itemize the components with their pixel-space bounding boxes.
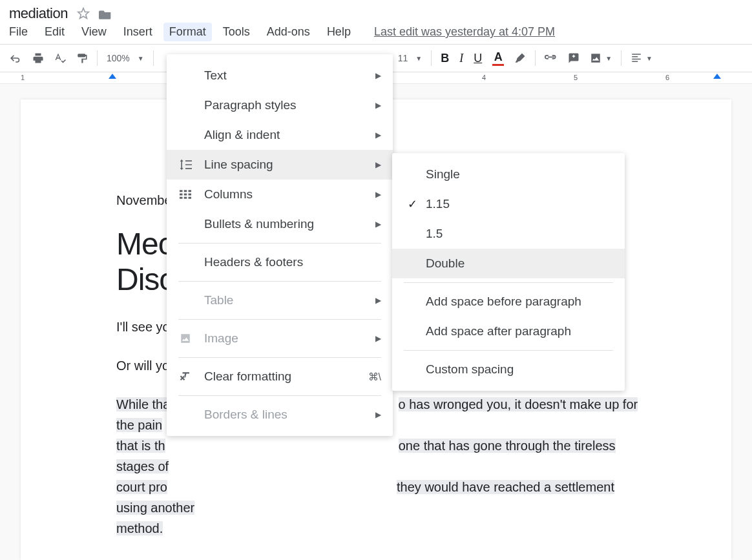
last-edit-link[interactable]: Last edit was yesterday at 4:07 PM <box>374 25 555 39</box>
submenu-arrow-icon: ▶ <box>375 130 381 140</box>
highlight-color-button[interactable] <box>510 50 530 67</box>
menu-divider <box>404 282 613 283</box>
menu-view[interactable]: View <box>81 25 107 39</box>
zoom-value: 100% <box>107 53 130 63</box>
svg-rect-2 <box>180 194 183 196</box>
doc-title[interactable]: mediation <box>9 5 68 22</box>
spacing-single[interactable]: Single <box>392 160 625 189</box>
clear-format-icon <box>178 371 193 382</box>
font-size-value: 11 <box>398 53 408 63</box>
format-borders-lines: Borders & lines ▶ <box>167 400 393 430</box>
heading-line-2: Disc <box>116 262 174 296</box>
font-size-dropdown[interactable]: 11 ▼ <box>394 53 426 63</box>
underline-button[interactable]: U <box>470 49 486 68</box>
svg-rect-7 <box>189 190 192 192</box>
text-color-button[interactable]: A <box>488 48 508 68</box>
svg-rect-5 <box>184 194 187 196</box>
menu-divider <box>178 357 381 358</box>
insert-link-button[interactable] <box>541 52 561 64</box>
format-clear-formatting[interactable]: Clear formatting ⌘\ <box>167 362 393 391</box>
svg-rect-6 <box>184 197 187 199</box>
menu-file[interactable]: File <box>9 25 28 39</box>
shortcut-label: ⌘\ <box>368 371 381 383</box>
menu-divider <box>178 243 381 244</box>
menu-insert[interactable]: Insert <box>123 25 152 39</box>
svg-rect-1 <box>180 190 183 192</box>
spacing-15[interactable]: 1.5 <box>392 219 625 249</box>
menu-help[interactable]: Help <box>327 25 351 39</box>
heading-line-1: Mec <box>116 227 173 261</box>
svg-rect-9 <box>189 197 192 199</box>
star-icon[interactable] <box>77 7 90 20</box>
image-icon <box>178 333 193 344</box>
spacing-custom[interactable]: Custom spacing <box>392 355 625 384</box>
menu-addons[interactable]: Add-ons <box>267 25 310 39</box>
submenu-arrow-icon: ▶ <box>375 410 381 419</box>
align-button[interactable]: ▼ <box>627 50 656 67</box>
format-paragraph-styles[interactable]: Paragraph styles ▶ <box>167 90 393 120</box>
dropdown-arrow-icon: ▼ <box>646 55 653 62</box>
spacing-add-before[interactable]: Add space before paragraph <box>392 287 625 316</box>
submenu-arrow-icon: ▶ <box>375 160 381 169</box>
paint-format-icon[interactable] <box>72 50 92 67</box>
separator <box>535 50 536 66</box>
submenu-arrow-icon: ▶ <box>375 190 381 199</box>
ruler-tick: 5 <box>574 74 578 81</box>
separator <box>153 50 154 66</box>
ruler-tick: 6 <box>665 74 669 81</box>
format-align-indent[interactable]: Align & indent ▶ <box>167 120 393 150</box>
insert-image-button[interactable]: ▼ <box>586 50 616 67</box>
doc-paragraph: A popular one of these dispute resolutio… <box>116 557 649 560</box>
doc-title-row: mediation <box>9 5 743 22</box>
submenu-arrow-icon: ▶ <box>375 101 381 110</box>
menu-format[interactable]: Format <box>163 23 212 41</box>
dropdown-arrow-icon: ▼ <box>138 55 144 62</box>
line-spacing-icon <box>178 159 193 171</box>
format-bullets-numbering[interactable]: Bullets & numbering ▶ <box>167 209 393 239</box>
format-image: Image ▶ <box>167 324 393 353</box>
spacing-add-after[interactable]: Add space after paragraph <box>392 316 625 346</box>
columns-icon <box>178 190 193 199</box>
separator <box>621 50 621 66</box>
spacing-115[interactable]: ✓ 1.15 <box>392 189 625 219</box>
folder-icon[interactable] <box>99 8 112 19</box>
separator <box>97 50 98 66</box>
menu-divider <box>178 319 381 320</box>
spacing-double[interactable]: Double <box>392 249 625 278</box>
menu-edit[interactable]: Edit <box>45 25 65 39</box>
zoom-dropdown[interactable]: 100% ▼ <box>103 53 148 63</box>
menu-divider <box>178 281 381 282</box>
ruler-indent-left[interactable] <box>109 74 116 79</box>
submenu-arrow-icon: ▶ <box>375 334 381 343</box>
ruler-tick: 4 <box>482 74 486 81</box>
print-icon[interactable] <box>28 50 48 67</box>
format-headers-footers[interactable]: Headers & footers <box>167 247 393 277</box>
italic-button[interactable]: I <box>455 49 467 68</box>
format-menu: Text ▶ Paragraph styles ▶ Align & indent… <box>167 54 393 436</box>
svg-marker-0 <box>78 8 89 19</box>
line-spacing-submenu: Single ✓ 1.15 1.5 Double Add space befor… <box>392 153 625 391</box>
menu-divider <box>178 395 381 396</box>
submenu-arrow-icon: ▶ <box>375 296 381 305</box>
dropdown-arrow-icon: ▼ <box>605 55 612 62</box>
format-table: Table ▶ <box>167 285 393 315</box>
format-columns[interactable]: Columns ▶ <box>167 180 393 209</box>
add-comment-button[interactable] <box>564 50 583 67</box>
ruler-indent-right[interactable] <box>713 74 721 79</box>
ruler-tick: 1 <box>21 74 25 81</box>
menu-bar: File Edit View Insert Format Tools Add-o… <box>9 25 743 44</box>
bold-button[interactable]: B <box>437 49 453 68</box>
menu-tools[interactable]: Tools <box>223 25 250 39</box>
format-text[interactable]: Text ▶ <box>167 61 393 90</box>
format-line-spacing[interactable]: Line spacing ▶ <box>167 150 393 180</box>
header-bar: mediation File Edit View Insert Format T… <box>0 0 752 44</box>
check-icon: ✓ <box>408 197 426 211</box>
undo-icon[interactable] <box>6 50 26 67</box>
submenu-arrow-icon: ▶ <box>375 71 381 80</box>
dropdown-arrow-icon: ▼ <box>415 55 422 62</box>
svg-rect-3 <box>180 197 183 199</box>
separator <box>431 50 432 66</box>
menu-divider <box>404 350 613 351</box>
svg-rect-4 <box>184 190 187 192</box>
spellcheck-icon[interactable] <box>50 50 70 67</box>
